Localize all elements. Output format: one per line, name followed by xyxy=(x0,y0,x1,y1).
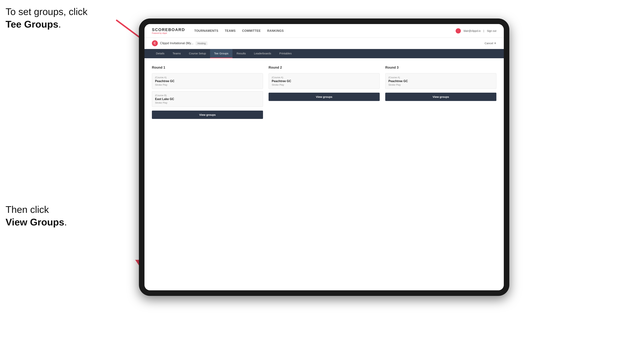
tablet-screen: SCOREBOARD Powered by clippit TOURNAMENT… xyxy=(144,24,504,290)
round-2-course-a-card: (Course A) Peachtree GC Stroke Play xyxy=(268,73,380,89)
round-1-course-a-label: (Course A) xyxy=(155,76,260,79)
instruction-bottom-line1: Then click xyxy=(6,204,49,215)
user-email: blair@clippd.io xyxy=(464,29,481,32)
round-3-course-a-label: (Course A) xyxy=(388,76,493,79)
round-2-column: Round 2 (Course A) Peachtree GC Stroke P… xyxy=(268,66,380,119)
tab-details[interactable]: Details xyxy=(152,49,168,58)
round-1-title: Round 1 xyxy=(152,66,263,70)
c-logo-icon: C xyxy=(152,40,158,46)
tab-leaderboards[interactable]: Leaderboards xyxy=(250,49,275,58)
round-3-column: Round 3 (Course A) Peachtree GC Stroke P… xyxy=(385,66,496,119)
nav-committee[interactable]: COMMITTEE xyxy=(242,29,261,32)
nav-rankings[interactable]: RANKINGS xyxy=(267,29,284,32)
tab-course-setup[interactable]: Course Setup xyxy=(185,49,210,58)
instruction-bottom-bold: View Groups xyxy=(6,217,64,227)
round-2-view-groups-button[interactable]: View groups xyxy=(268,93,380,101)
instruction-bottom-period: . xyxy=(64,217,67,227)
instruction-top-bold: Tee Groups xyxy=(6,19,58,30)
round-1-course-b-format: Stroke Play xyxy=(155,101,260,104)
round-2-course-a-name: Peachtree GC xyxy=(272,80,376,83)
nav-separator: | xyxy=(484,29,484,32)
round-3-course-a-format: Stroke Play xyxy=(388,83,493,86)
round-1-course-a-card: (Course A) Peachtree GC Stroke Play xyxy=(152,73,263,89)
round-2-course-a-label: (Course A) xyxy=(272,76,376,79)
tab-tee-groups[interactable]: Tee Groups xyxy=(210,49,233,58)
avatar xyxy=(456,28,461,33)
logo-powered: Powered by clippit xyxy=(152,32,167,34)
tab-bar: Details Teams Course Setup Tee Groups Re… xyxy=(144,49,504,58)
cancel-button[interactable]: Cancel ✕ xyxy=(484,42,496,45)
round-3-course-a-name: Peachtree GC xyxy=(388,80,493,83)
rounds-grid: Round 1 (Course A) Peachtree GC Stroke P… xyxy=(152,66,496,119)
nav-links: TOURNAMENTS TEAMS COMMITTEE RANKINGS xyxy=(194,29,446,32)
sign-out-link[interactable]: Sign out xyxy=(487,29,496,32)
tab-printables[interactable]: Printables xyxy=(275,49,296,58)
tournament-name-area: C Clippd Invitational (My... Hosting xyxy=(152,40,208,46)
tournament-title: Clippd Invitational (My... xyxy=(160,41,193,45)
round-3-course-a-card: (Course A) Peachtree GC Stroke Play xyxy=(385,73,496,89)
round-1-course-b-card: (Course B) East Lake GC Stroke Play xyxy=(152,91,263,107)
round-3-title: Round 3 xyxy=(385,66,496,70)
instruction-top-line1: To set groups, click xyxy=(6,6,88,17)
top-nav: SCOREBOARD Powered by clippit TOURNAMENT… xyxy=(144,24,504,38)
main-content: Round 1 (Course A) Peachtree GC Stroke P… xyxy=(144,58,504,290)
round-1-view-groups-button[interactable]: View groups xyxy=(152,111,263,119)
round-1-course-a-format: Stroke Play xyxy=(155,83,260,86)
round-1-course-a-name: Peachtree GC xyxy=(155,80,260,83)
instruction-top-period: . xyxy=(58,19,61,30)
tablet: SCOREBOARD Powered by clippit TOURNAMENT… xyxy=(139,18,509,296)
nav-tournaments[interactable]: TOURNAMENTS xyxy=(194,29,218,32)
nav-teams[interactable]: TEAMS xyxy=(225,29,236,32)
logo-area: SCOREBOARD Powered by clippit xyxy=(152,27,185,34)
round-2-course-a-format: Stroke Play xyxy=(272,83,376,86)
round-1-column: Round 1 (Course A) Peachtree GC Stroke P… xyxy=(152,66,263,119)
logo-text: SCOREBOARD xyxy=(152,27,185,32)
instruction-top: To set groups, click Tee Groups. xyxy=(6,5,88,30)
sub-header: C Clippd Invitational (My... Hosting Can… xyxy=(144,38,504,49)
round-1-course-b-label: (Course B) xyxy=(155,94,260,97)
tab-teams[interactable]: Teams xyxy=(168,49,185,58)
nav-right: blair@clippd.io | Sign out xyxy=(456,28,496,33)
instruction-bottom: Then click View Groups. xyxy=(6,203,67,228)
round-1-course-b-name: East Lake GC xyxy=(155,97,260,101)
round-2-title: Round 2 xyxy=(268,66,380,70)
round-3-view-groups-button[interactable]: View groups xyxy=(385,93,496,101)
hosting-badge: Hosting xyxy=(196,41,208,45)
tab-results[interactable]: Results xyxy=(232,49,250,58)
